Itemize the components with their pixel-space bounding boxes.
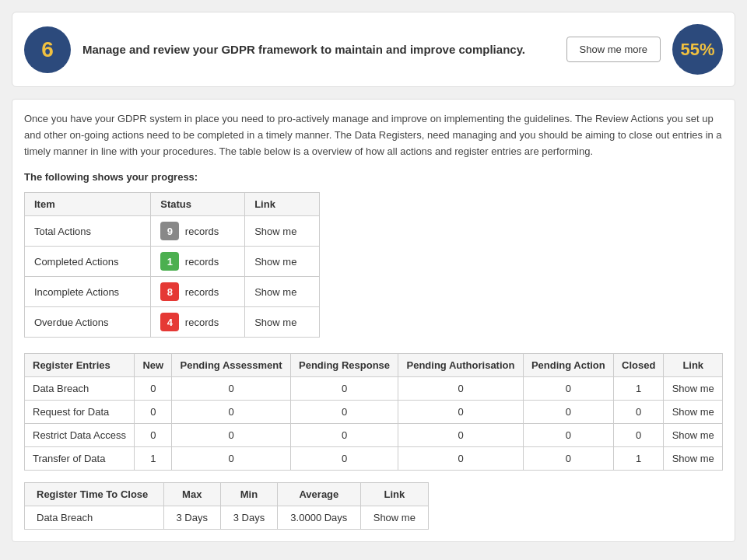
register-pending-action: 0 (523, 401, 613, 424)
register-col-header: Pending Action (523, 354, 613, 377)
register-col-header: Pending Response (290, 354, 398, 377)
register-link[interactable]: Show me (664, 401, 723, 424)
register-pending-assessment: 0 (172, 447, 291, 471)
register-pending-authorisation: 0 (398, 401, 523, 424)
badge: 4 (160, 313, 179, 331)
register-pending-action: 0 (523, 377, 613, 401)
action-link[interactable]: Show me (245, 247, 320, 277)
register-closed: 1 (613, 447, 664, 471)
action-status: 1 records (151, 247, 245, 277)
register-col-header: Pending Authorisation (398, 354, 523, 377)
action-link[interactable]: Show me (245, 216, 320, 247)
time-col-header: Link (360, 483, 428, 506)
register-pending-response: 0 (290, 447, 398, 471)
content-section: Once you have your GDPR system in place … (12, 99, 735, 542)
time-col-header: Average (278, 483, 361, 506)
show-me-link[interactable]: Show me (672, 383, 714, 394)
register-pending-assessment: 0 (172, 401, 291, 424)
table-row: Overdue Actions 4 records Show me (25, 307, 320, 338)
time-max: 3 Days (163, 506, 220, 530)
time-col-header: Register Time To Close (25, 483, 164, 506)
header-section: 6 Manage and review your GDPR framework … (12, 12, 735, 87)
badge: 1 (160, 252, 179, 271)
register-link[interactable]: Show me (664, 447, 723, 471)
time-col-header: Max (163, 483, 220, 506)
actions-col-item: Item (25, 193, 151, 216)
register-closed: 0 (613, 401, 664, 424)
register-entries-table: Register EntriesNewPending AssessmentPen… (24, 353, 723, 471)
action-item-name: Total Actions (25, 216, 151, 247)
table-row: Incomplete Actions 8 records Show me (25, 277, 320, 307)
actions-col-status: Status (151, 193, 245, 216)
register-pending-action: 0 (523, 424, 613, 447)
register-pending-response: 0 (290, 401, 398, 424)
show-me-link[interactable]: Show me (254, 226, 296, 237)
register-pending-authorisation: 0 (398, 424, 523, 447)
table-row: Data Breach 0 0 0 0 0 1 Show me (25, 377, 723, 401)
show-me-link[interactable]: Show me (254, 256, 296, 268)
action-link[interactable]: Show me (245, 307, 320, 338)
register-col-header: Closed (613, 354, 664, 377)
action-item-name: Incomplete Actions (25, 277, 151, 307)
register-new: 0 (135, 401, 172, 424)
table-row: Transfer of Data 1 0 0 0 0 1 Show me (25, 447, 723, 471)
time-col-header: Min (220, 483, 277, 506)
register-new: 1 (135, 447, 172, 471)
time-to-close-table: Register Time To CloseMaxMinAverageLink … (24, 482, 429, 530)
register-pending-assessment: 0 (172, 424, 291, 447)
register-entry-name: Data Breach (25, 377, 135, 401)
table-row: Restrict Data Access 0 0 0 0 0 0 Show me (25, 424, 723, 447)
register-entry-name: Request for Data (25, 401, 135, 424)
action-status: 4 records (151, 307, 245, 338)
show-me-link[interactable]: Show me (672, 406, 714, 418)
register-col-header: Register Entries (25, 354, 135, 377)
show-me-link[interactable]: Show me (254, 317, 296, 328)
register-entry-name: Restrict Data Access (25, 424, 135, 447)
show-me-link[interactable]: Show me (672, 453, 714, 464)
action-item-name: Completed Actions (25, 247, 151, 277)
action-status: 9 records (151, 216, 245, 247)
register-pending-authorisation: 0 (398, 447, 523, 471)
table-row: Request for Data 0 0 0 0 0 0 Show me (25, 401, 723, 424)
table-row: Total Actions 9 records Show me (25, 216, 320, 247)
time-link[interactable]: Show me (360, 506, 428, 530)
progress-title: The following shows your progress: (24, 171, 723, 183)
register-col-header: New (135, 354, 172, 377)
actions-col-link: Link (245, 193, 320, 216)
register-entry-name: Transfer of Data (25, 447, 135, 471)
percent-badge: 55% (672, 24, 723, 75)
header-title: Manage and review your GDPR framework to… (82, 43, 555, 56)
badge: 9 (160, 222, 179, 240)
description-text: Once you have your GDPR system in place … (24, 111, 723, 159)
register-closed: 0 (613, 424, 664, 447)
register-pending-assessment: 0 (172, 377, 291, 401)
action-link[interactable]: Show me (245, 277, 320, 307)
register-pending-action: 0 (523, 447, 613, 471)
register-closed: 1 (613, 377, 664, 401)
table-row: Completed Actions 1 records Show me (25, 247, 320, 277)
time-average: 3.0000 Days (278, 506, 361, 530)
badge: 8 (160, 282, 179, 301)
show-me-link[interactable]: Show me (254, 286, 296, 298)
register-pending-response: 0 (290, 424, 398, 447)
table-row: Data Breach 3 Days 3 Days 3.0000 Days Sh… (25, 506, 429, 530)
show-me-link[interactable]: Show me (374, 512, 416, 523)
time-min: 3 Days (220, 506, 277, 530)
register-pending-authorisation: 0 (398, 377, 523, 401)
action-item-name: Overdue Actions (25, 307, 151, 338)
register-pending-response: 0 (290, 377, 398, 401)
register-link[interactable]: Show me (664, 377, 723, 401)
show-me-link[interactable]: Show me (672, 429, 714, 441)
register-col-header: Pending Assessment (172, 354, 291, 377)
register-new: 0 (135, 377, 172, 401)
time-entry-name: Data Breach (25, 506, 164, 530)
action-status: 8 records (151, 277, 245, 307)
section-number: 6 (24, 26, 71, 73)
actions-table: Item Status Link Total Actions 9 records… (24, 192, 320, 338)
register-new: 0 (135, 424, 172, 447)
register-col-header: Link (664, 354, 723, 377)
show-more-button[interactable]: Show me more (566, 37, 661, 62)
register-link[interactable]: Show me (664, 424, 723, 447)
